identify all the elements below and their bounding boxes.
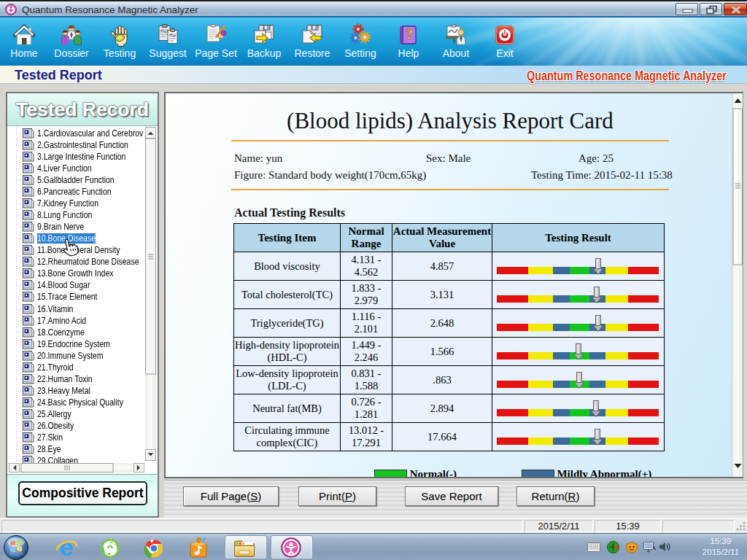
- svg-text:?: ?: [406, 26, 413, 42]
- svg-text:e: e: [60, 537, 74, 559]
